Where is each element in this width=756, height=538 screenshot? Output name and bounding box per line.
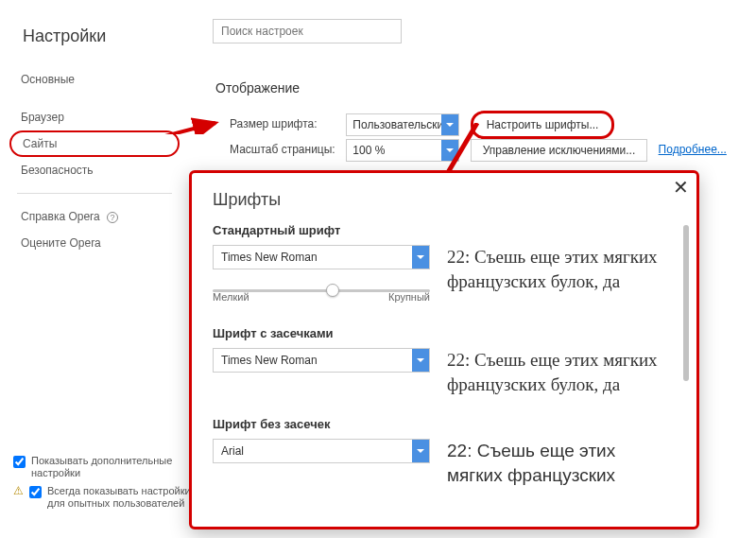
configure-fonts-button[interactable]: Настроить шрифты...: [471, 111, 615, 139]
slider-max-label: Крупный: [388, 291, 430, 303]
standard-font-block: Стандартный шрифт Times New Roman Мелкий…: [213, 223, 676, 305]
sidebar-item-sites[interactable]: Сайты: [9, 130, 180, 157]
standard-font-select[interactable]: Times New Roman: [213, 245, 430, 269]
dialog-title: Шрифты: [213, 190, 676, 210]
font-size-select[interactable]: Пользовательский: [346, 113, 459, 136]
search-wrap: [213, 19, 402, 43]
sidebar-item-rate[interactable]: Оцените Opera: [9, 230, 180, 256]
bottom-checkboxes: Показывать дополнительные настройки ⚠ Вс…: [13, 449, 193, 510]
font-size-value: Пользовательский: [352, 118, 450, 131]
sidebar-item-security[interactable]: Безопасность: [9, 157, 180, 183]
chevron-down-icon: [412, 349, 429, 372]
search-input[interactable]: [213, 19, 402, 43]
serif-font-block: Шрифт с засечками Times New Roman 22: Съ…: [213, 326, 676, 396]
warning-icon: ⚠: [13, 485, 24, 497]
fonts-dialog: ✕ Шрифты Стандартный шрифт Times New Rom…: [189, 170, 699, 529]
sidebar-item-help[interactable]: Справка Opera ?: [9, 203, 180, 230]
sidebar-item-browser[interactable]: Браузер: [9, 104, 180, 130]
zoom-label: Масштаб страницы:: [230, 143, 343, 156]
page-title: Настройки: [23, 26, 106, 46]
section-title: Отображение: [215, 80, 300, 95]
sidebar-item-label: Справка Opera: [21, 210, 100, 223]
checkbox-label: Всегда показывать настройки для опытных …: [47, 485, 193, 510]
sidebar-item-general[interactable]: Основные: [9, 66, 180, 93]
slider-thumb[interactable]: [326, 284, 339, 297]
sans-font-value: Arial: [221, 444, 244, 458]
standard-font-preview: 22: Съешь еще этих мягких французских бу…: [447, 245, 676, 293]
close-icon[interactable]: ✕: [673, 178, 689, 197]
show-advanced-checkbox[interactable]: [29, 486, 42, 498]
row-zoom: Масштаб страницы: 100 % Управление исклю…: [230, 139, 727, 162]
sans-font-preview: 22: Съешь еще этих мягких французских: [447, 439, 676, 487]
chevron-down-icon: [441, 140, 458, 161]
scrollbar[interactable]: [683, 225, 689, 381]
slider-min-label: Мелкий: [213, 291, 249, 303]
standard-font-label: Стандартный шрифт: [213, 223, 676, 237]
sans-font-select[interactable]: Arial: [213, 439, 430, 463]
zoom-value: 100 %: [352, 144, 385, 157]
standard-font-value: Times New Roman: [221, 251, 318, 264]
zoom-select[interactable]: 100 %: [346, 139, 459, 162]
show-additional-checkbox[interactable]: [13, 456, 26, 468]
manage-exceptions-button[interactable]: Управление исключениями...: [471, 139, 648, 162]
sidebar: Основные Браузер Сайты Безопасность Спра…: [9, 66, 180, 256]
row-font-size: Размер шрифта: Пользовательский Настроит…: [230, 111, 614, 139]
serif-font-label: Шрифт с засечками: [213, 326, 676, 340]
serif-font-preview: 22: Съешь еще этих мягких французских бу…: [447, 348, 676, 396]
sidebar-divider: [17, 193, 172, 194]
chevron-down-icon: [412, 246, 429, 269]
sans-font-label: Шрифт без засечек: [213, 417, 676, 431]
chevron-down-icon: [412, 440, 429, 462]
help-icon: ?: [107, 212, 118, 223]
font-size-label: Размер шрифта:: [230, 117, 343, 130]
learn-more-link[interactable]: Подробнее...: [659, 143, 727, 156]
font-size-slider[interactable]: Мелкий Крупный: [213, 283, 430, 305]
checkbox-label: Показывать дополнительные настройки: [31, 455, 193, 479]
serif-font-select[interactable]: Times New Roman: [213, 348, 430, 373]
serif-font-value: Times New Roman: [221, 354, 318, 367]
sans-font-block: Шрифт без засечек Arial 22: Съешь еще эт…: [213, 417, 676, 487]
chevron-down-icon: [441, 114, 458, 135]
